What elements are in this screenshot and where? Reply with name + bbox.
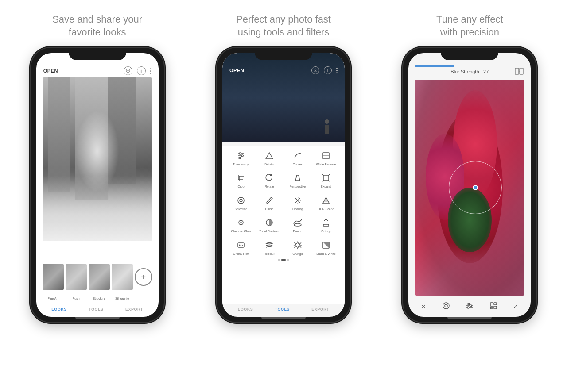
tool-retrolux[interactable]: Retrolux xyxy=(257,239,282,256)
svg-marker-12 xyxy=(266,153,273,159)
p1-main-image xyxy=(43,77,152,241)
thumbnail-1[interactable] xyxy=(43,264,64,290)
p3-filter-button[interactable] xyxy=(489,302,497,311)
tool-details[interactable]: Details xyxy=(257,150,282,166)
tonal-contrast-icon xyxy=(263,216,276,229)
p3-selective-button[interactable] xyxy=(442,302,450,311)
tool-vintage[interactable]: Vintage xyxy=(314,216,338,233)
p3-tune-button[interactable] xyxy=(466,302,474,311)
tool-brush[interactable]: Brush xyxy=(257,194,282,211)
tools-row-5: Grainy Film Retrolux Grung xyxy=(222,235,345,257)
expand-label: Expand xyxy=(321,185,331,188)
grunge-icon xyxy=(291,239,304,251)
svg-point-27 xyxy=(239,244,240,246)
svg-rect-44 xyxy=(494,303,497,305)
p2-tab-looks[interactable]: LOOKS xyxy=(238,307,253,311)
notch-2 xyxy=(255,48,312,60)
tool-selective[interactable]: Selective xyxy=(229,194,253,211)
retrolux-label: Retrolux xyxy=(264,252,275,256)
grunge-label: Grunge xyxy=(292,252,303,256)
p2-open-button[interactable]: OPEN xyxy=(229,68,244,73)
crop-icon xyxy=(235,172,247,184)
svg-point-40 xyxy=(468,303,470,305)
dot-3 xyxy=(287,259,289,261)
drama-icon xyxy=(291,216,304,229)
hdr-scape-icon xyxy=(320,194,332,207)
phone-screen-1: OPEN i xyxy=(36,53,159,317)
thumb-label-4: Silhouette xyxy=(112,297,133,300)
svg-marker-3 xyxy=(314,69,317,71)
svg-point-42 xyxy=(467,307,469,308)
p1-header: OPEN i xyxy=(36,66,159,75)
phone-frame-3: Blur Strength +27 xyxy=(403,48,536,322)
phone-screen-2: OPEN i xyxy=(222,53,345,317)
p3-confirm-button[interactable]: ✓ xyxy=(513,303,518,310)
svg-rect-32 xyxy=(515,68,519,74)
tool-expand[interactable]: Expand xyxy=(314,172,338,188)
thumbnail-4[interactable] xyxy=(112,264,133,290)
svg-point-29 xyxy=(242,245,243,246)
tool-tonal-contrast[interactable]: Tonal Contrast xyxy=(257,216,282,233)
selective-label: Selective xyxy=(235,208,247,211)
p3-cancel-button[interactable]: ✕ xyxy=(421,303,426,310)
tool-tune-image[interactable]: Tune Image xyxy=(229,150,253,166)
tool-grainy-film[interactable]: Grainy Film xyxy=(229,239,253,256)
home-bar-3 xyxy=(447,317,492,319)
tool-drama[interactable]: Drama xyxy=(285,216,310,233)
svg-point-35 xyxy=(443,303,449,309)
p3-bottom-actions: ✕ ✓ xyxy=(408,302,531,311)
tools-row-3: Selective Brush Healing xyxy=(222,191,345,213)
tool-rotate[interactable]: Rotate xyxy=(257,172,282,188)
tool-grunge[interactable]: Grunge xyxy=(285,239,310,256)
more-icon[interactable] xyxy=(150,68,151,74)
p2-layers-icon[interactable] xyxy=(311,66,319,74)
curves-icon xyxy=(291,150,304,162)
p2-tab-export[interactable]: EXPORT xyxy=(311,307,329,311)
tool-healing[interactable]: Healing xyxy=(285,194,310,211)
p1-tab-export[interactable]: EXPORT xyxy=(125,307,143,311)
tool-black-white[interactable]: Black & White xyxy=(314,239,338,256)
svg-rect-26 xyxy=(238,243,244,247)
brush-icon xyxy=(263,194,276,207)
svg-rect-25 xyxy=(323,224,329,226)
p2-bottom-tabs: LOOKS TOOLS EXPORT xyxy=(222,307,345,311)
crop-label: Crop xyxy=(237,185,244,188)
p1-open-button[interactable]: OPEN xyxy=(43,68,58,73)
thumbnail-3[interactable] xyxy=(89,264,110,290)
notch-3 xyxy=(441,48,498,60)
black-white-icon xyxy=(320,239,332,251)
tool-hdr-scape[interactable]: HDR Scape xyxy=(314,194,338,211)
p2-more-icon[interactable] xyxy=(336,68,338,73)
vintage-label: Vintage xyxy=(321,230,331,233)
dot-1 xyxy=(278,259,280,261)
notch-1 xyxy=(69,48,126,60)
p2-dots-indicator xyxy=(222,257,345,262)
thumbnail-2[interactable] xyxy=(66,264,87,290)
tool-perspective[interactable]: Perspective xyxy=(285,172,310,188)
add-look-button[interactable]: + xyxy=(135,268,152,286)
tools-row-1: Tune Image Details Curves xyxy=(222,146,345,168)
tool-white-balance[interactable]: White Balance xyxy=(314,150,338,166)
grainy-film-icon xyxy=(235,239,247,251)
p2-tab-tools[interactable]: TOOLS xyxy=(275,307,290,311)
perspective-icon xyxy=(291,172,304,184)
svg-point-22 xyxy=(240,222,242,223)
selective-dot[interactable] xyxy=(473,185,478,190)
layers-icon[interactable] xyxy=(124,66,132,75)
p1-tab-tools[interactable]: TOOLS xyxy=(89,307,103,311)
white-balance-icon xyxy=(320,150,332,162)
compare-icon[interactable] xyxy=(515,68,524,77)
svg-rect-15 xyxy=(324,176,328,180)
p1-tab-looks[interactable]: LOOKS xyxy=(51,307,67,311)
tool-crop[interactable]: Crop xyxy=(229,172,253,188)
details-label: Details xyxy=(264,163,274,166)
svg-marker-0 xyxy=(126,69,130,71)
tool-curves[interactable]: Curves xyxy=(285,150,310,166)
curves-label: Curves xyxy=(293,163,303,166)
svg-point-41 xyxy=(470,305,472,307)
info-icon[interactable]: i xyxy=(137,66,146,75)
p2-info-icon[interactable]: i xyxy=(324,66,332,74)
svg-point-17 xyxy=(240,199,242,202)
tool-glamour-glow[interactable]: Glamour Glow xyxy=(229,216,253,233)
svg-point-16 xyxy=(238,197,244,204)
